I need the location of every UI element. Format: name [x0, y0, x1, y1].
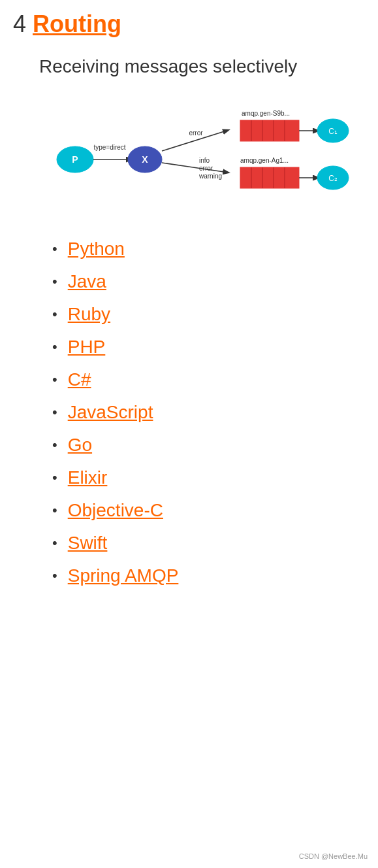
list-item: •Python [52, 239, 365, 259]
svg-rect-13 [240, 120, 299, 141]
svg-text:C₁: C₁ [328, 127, 338, 136]
list-item: •Go [52, 435, 365, 456]
svg-line-8 [162, 163, 228, 173]
svg-text:P: P [72, 154, 78, 165]
list-item: •PHP [52, 337, 365, 358]
svg-text:error: error [189, 129, 203, 137]
list-item: •JavaScript [52, 402, 365, 423]
subtitle: Receiving messages selectively [39, 54, 365, 79]
watermark: CSDN @NewBee.Mu [299, 852, 368, 860]
bullet-icon: • [52, 371, 57, 388]
svg-text:error: error [199, 165, 213, 172]
diagram-svg: P X type=direct error info error warning… [39, 97, 353, 215]
svg-rect-22 [240, 167, 299, 188]
bullet-icon: • [52, 339, 57, 356]
page-title: Routing [33, 10, 121, 38]
svg-text:type=direct: type=direct [93, 144, 125, 151]
list-item: •Ruby [52, 304, 365, 325]
language-link[interactable]: Elixir [68, 467, 108, 488]
list-item: •Swift [52, 533, 365, 554]
bullet-icon: • [52, 567, 57, 584]
language-link[interactable]: C# [68, 369, 91, 390]
language-link[interactable]: Spring AMQP [68, 565, 179, 586]
svg-text:X: X [142, 154, 148, 165]
list-item: •Elixir [52, 467, 365, 488]
language-link[interactable]: Swift [68, 533, 108, 554]
page-title-container: 4 Routing [13, 10, 365, 38]
svg-text:C₂: C₂ [328, 174, 338, 183]
bullet-icon: • [52, 437, 57, 454]
language-link[interactable]: Go [68, 435, 92, 456]
list-item: •Objective-C [52, 500, 365, 521]
svg-text:info: info [199, 157, 210, 164]
svg-text:amqp.gen-S9b...: amqp.gen-S9b... [242, 110, 290, 117]
language-link[interactable]: Ruby [68, 304, 110, 325]
language-link[interactable]: Python [68, 239, 125, 259]
bullet-icon: • [52, 469, 57, 486]
list-item: •Java [52, 271, 365, 292]
svg-text:amqp.gen-Ag1...: amqp.gen-Ag1... [240, 157, 289, 164]
bullet-icon: • [52, 241, 57, 258]
bullet-icon: • [52, 535, 57, 552]
title-number: 4 [13, 10, 26, 38]
list-item: •Spring AMQP [52, 565, 365, 586]
bullet-icon: • [52, 502, 57, 519]
bullet-icon: • [52, 273, 57, 290]
bullet-icon: • [52, 306, 57, 323]
svg-text:warning: warning [198, 173, 222, 180]
language-link[interactable]: PHP [68, 337, 106, 358]
language-link[interactable]: Objective-C [68, 500, 163, 521]
list-item: •C# [52, 369, 365, 390]
bullet-icon: • [52, 404, 57, 421]
language-link[interactable]: Java [68, 271, 106, 292]
routing-diagram: P X type=direct error info error warning… [39, 97, 353, 215]
language-link[interactable]: JavaScript [68, 402, 153, 423]
language-links-list: •Python•Java•Ruby•PHP•C#•JavaScript•Go•E… [52, 239, 365, 586]
links-container: •Python•Java•Ruby•PHP•C#•JavaScript•Go•E… [52, 239, 365, 586]
